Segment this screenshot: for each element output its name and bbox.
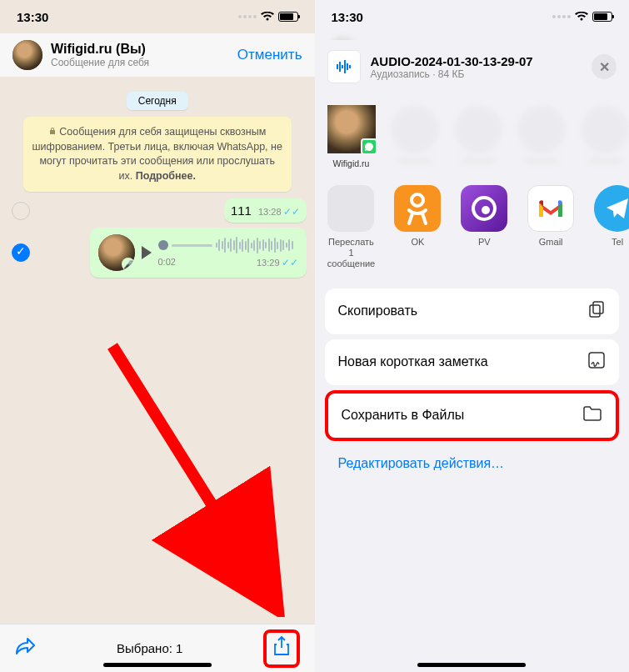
voice-sender-avatar: 🎤	[98, 234, 135, 271]
share-button[interactable]	[273, 639, 290, 660]
file-name: AUDIO-2024-01-30-13-29-07	[371, 54, 582, 68]
action-list: Скопировать	[325, 288, 620, 334]
action-list: Новая короткая заметка	[325, 339, 620, 385]
wifi-icon	[261, 12, 274, 22]
status-time: 13:30	[17, 10, 48, 24]
whatsapp-badge-icon	[361, 138, 377, 155]
svg-rect-6	[349, 65, 351, 68]
contact-item[interactable]	[517, 105, 566, 168]
contact-label: Wifigid.ru	[333, 158, 370, 168]
folder-icon	[582, 405, 602, 426]
selection-checkbox-unchecked[interactable]	[12, 202, 30, 220]
cancel-button[interactable]: Отменить	[237, 47, 302, 63]
close-button[interactable]: ✕	[592, 54, 617, 79]
waveform	[216, 237, 298, 253]
telegram-icon	[594, 185, 629, 232]
lock-icon	[48, 127, 57, 135]
app-ok[interactable]: OK	[393, 185, 442, 248]
chat-body: Сегодня Сообщения для себя защищены скво…	[0, 77, 315, 632]
voice-message-bubble[interactable]: 🎤 0:02 13:29 ✓✓	[90, 228, 307, 278]
message-time: 13:29	[257, 258, 280, 268]
note-icon	[587, 351, 606, 374]
share-sheet-header: AUDIO-2024-01-30-13-29-07 Аудиозапись · …	[315, 40, 630, 93]
app-forward[interactable]: Переслать 1 сообщение	[327, 185, 376, 270]
status-bar: 13:30	[315, 0, 630, 33]
annotation-highlight	[263, 629, 300, 668]
voice-duration: 0:02	[158, 257, 176, 268]
mic-icon: 🎤	[122, 258, 135, 271]
message-time: 13:28	[258, 207, 282, 217]
copy-icon	[587, 300, 606, 323]
contact-item[interactable]: Wifigid.ru	[327, 105, 376, 168]
selection-checkbox-checked[interactable]	[12, 243, 30, 262]
message-row[interactable]: 111 13:28 ✓✓	[8, 198, 307, 223]
app-gmail[interactable]: Gmail	[527, 185, 575, 248]
forward-icon[interactable]	[15, 637, 37, 660]
wifi-icon	[575, 12, 588, 22]
avatar[interactable]	[12, 40, 42, 70]
status-time: 13:30	[332, 10, 363, 24]
contacts-row: Wifigid.ru	[315, 93, 630, 180]
chat-subtitle: Сообщение для себя	[51, 57, 149, 68]
battery-icon	[592, 12, 612, 22]
message-row[interactable]: 🎤 0:02 13:29 ✓✓	[8, 228, 307, 278]
status-icons	[552, 12, 612, 22]
edit-actions-link[interactable]: Редактировать действия…	[315, 446, 630, 481]
svg-rect-3	[342, 65, 343, 68]
read-receipts-icon: ✓✓	[283, 206, 300, 218]
svg-rect-2	[339, 62, 341, 72]
read-receipts-icon: ✓✓	[282, 257, 298, 268]
svg-rect-5	[347, 63, 348, 70]
contact-item[interactable]	[581, 105, 629, 168]
annotation-highlight: Сохранить в Файлы	[325, 390, 620, 441]
contact-item[interactable]	[454, 105, 502, 168]
action-save-to-files[interactable]: Сохранить в Файлы	[328, 394, 617, 438]
home-indicator[interactable]	[103, 663, 212, 667]
svg-point-7	[412, 194, 423, 206]
svg-rect-1	[337, 64, 338, 69]
voice-scrubber[interactable]	[158, 240, 168, 250]
pv-icon	[461, 185, 507, 232]
text-message-bubble[interactable]: 111 13:28 ✓✓	[224, 198, 307, 223]
selected-count: Выбрано: 1	[117, 641, 182, 655]
file-meta: Аудиозапись · 84 КБ	[371, 68, 582, 80]
action-copy[interactable]: Скопировать	[325, 288, 620, 334]
svg-rect-4	[344, 60, 346, 73]
battery-icon	[278, 12, 298, 22]
status-bar: 13:30	[0, 0, 315, 33]
home-indicator[interactable]	[417, 663, 526, 667]
encryption-notice[interactable]: Сообщения для себя защищены сквозным шиф…	[23, 117, 292, 192]
share-sheet: AUDIO-2024-01-30-13-29-07 Аудиозапись · …	[315, 40, 630, 672]
svg-rect-9	[593, 302, 603, 313]
audio-file-icon	[327, 50, 361, 83]
message-text: 111	[231, 203, 252, 218]
gmail-icon	[527, 185, 574, 232]
contact-item[interactable]	[391, 105, 439, 168]
action-new-note[interactable]: Новая короткая заметка	[325, 339, 620, 385]
app-pv[interactable]: PV	[460, 185, 508, 248]
status-icons	[238, 12, 298, 22]
app-telegram[interactable]: Tel	[593, 185, 629, 248]
date-separator: Сегодня	[8, 92, 307, 110]
play-button[interactable]	[142, 246, 152, 259]
chat-header: Wifigid.ru (Вы) Сообщение для себя Отмен…	[0, 33, 315, 77]
apps-row: Переслать 1 сообщение OK PV Gmail Tel	[315, 180, 630, 283]
ok-icon	[394, 185, 441, 232]
chat-title[interactable]: Wifigid.ru (Вы)	[51, 42, 149, 57]
svg-rect-8	[590, 305, 600, 317]
